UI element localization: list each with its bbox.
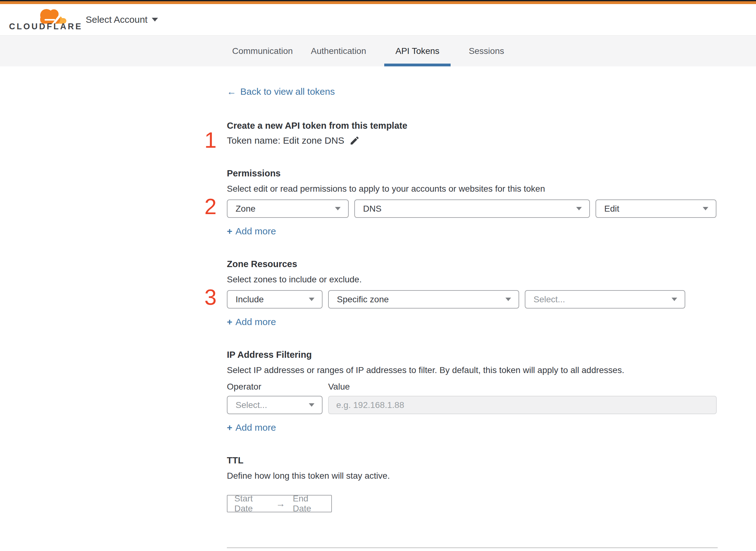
- tab-authentication[interactable]: Authentication: [311, 36, 366, 66]
- main-content: ← Back to view all tokens 1 Create a new…: [0, 66, 756, 551]
- zone-include-select[interactable]: Include: [227, 290, 322, 309]
- chevron-down-icon: [335, 207, 340, 210]
- account-selector-label: Select Account: [86, 14, 147, 25]
- ip-filtering-subtitle: Select IP addresses or ranges of IP addr…: [227, 365, 718, 376]
- permission-scope-select[interactable]: Zone: [227, 199, 349, 218]
- chevron-down-icon: [703, 207, 708, 210]
- plus-icon: +: [227, 422, 232, 433]
- section-ip-filtering: IP Address Filtering Select IP addresses…: [227, 349, 718, 433]
- step-number-1: 1: [204, 129, 216, 151]
- start-date-placeholder: Start Date: [234, 494, 269, 514]
- account-selector[interactable]: Select Account: [86, 14, 158, 25]
- section-zone-resources: 3 Zone Resources Select zones to include…: [227, 258, 718, 327]
- ip-filtering-add-more-link[interactable]: + Add more: [227, 422, 276, 433]
- back-link-label: Back to view all tokens: [240, 86, 335, 97]
- ttl-title: TTL: [227, 455, 718, 466]
- plus-icon: +: [227, 317, 232, 327]
- zone-resources-add-more-link[interactable]: + Add more: [227, 317, 276, 327]
- profile-tabbar: Communication Authentication API Tokens …: [0, 35, 756, 66]
- value-label: Value: [328, 382, 350, 392]
- cloudflare-logo: CLOUDFLARE: [9, 7, 68, 32]
- chevron-down-icon: [672, 298, 677, 301]
- section-ttl: TTL Define how long this token will stay…: [227, 455, 718, 512]
- ttl-subtitle: Define how long this token will stay act…: [227, 471, 718, 481]
- tab-sessions[interactable]: Sessions: [469, 36, 504, 66]
- app-header: CLOUDFLARE Select Account: [0, 4, 756, 35]
- tab-api-tokens[interactable]: API Tokens: [384, 36, 451, 66]
- template-section-title: Create a new API token from this templat…: [227, 120, 718, 131]
- chevron-down-icon: [506, 298, 511, 301]
- cloudflare-wordmark: CLOUDFLARE: [9, 22, 83, 31]
- edit-pencil-icon[interactable]: [349, 135, 360, 146]
- chevron-down-icon: [576, 207, 582, 210]
- zone-resources-title: Zone Resources: [227, 258, 718, 269]
- plus-icon: +: [227, 226, 232, 236]
- zone-name-select[interactable]: Select...: [525, 290, 685, 309]
- brand-orange-stripe: [0, 1, 756, 4]
- permissions-title: Permissions: [227, 168, 718, 179]
- arrow-right-icon: →: [276, 498, 285, 509]
- operator-label: Operator: [227, 382, 328, 392]
- permissions-subtitle: Select edit or read permissions to apply…: [227, 183, 718, 194]
- ip-value-input[interactable]: [328, 396, 717, 414]
- back-arrow-icon: ←: [227, 86, 236, 97]
- back-to-tokens-link[interactable]: ← Back to view all tokens: [227, 86, 335, 97]
- ttl-date-range-picker[interactable]: Start Date → End Date: [227, 495, 332, 512]
- step-number-3: 3: [204, 287, 216, 308]
- zone-resources-subtitle: Select zones to include or exclude.: [227, 274, 718, 285]
- tab-communication[interactable]: Communication: [232, 36, 293, 66]
- step-number-2: 2: [204, 196, 216, 217]
- ip-operator-select[interactable]: Select...: [227, 396, 322, 414]
- permissions-add-more-link[interactable]: + Add more: [227, 226, 276, 236]
- section-permissions: 2 Permissions Select edit or read permis…: [227, 168, 718, 236]
- ip-filtering-title: IP Address Filtering: [227, 349, 718, 360]
- zone-type-select[interactable]: Specific zone: [328, 290, 519, 309]
- permission-group-select[interactable]: DNS: [354, 199, 590, 218]
- chevron-down-icon: [309, 298, 314, 301]
- footer-divider: [227, 547, 718, 548]
- section-token-template: 1 Create a new API token from this templ…: [227, 120, 718, 146]
- permission-level-select[interactable]: Edit: [596, 199, 716, 218]
- chevron-down-icon: [152, 18, 158, 21]
- chevron-down-icon: [309, 403, 314, 407]
- end-date-placeholder: End Date: [293, 494, 324, 514]
- token-name-text: Token name: Edit zone DNS: [227, 135, 344, 146]
